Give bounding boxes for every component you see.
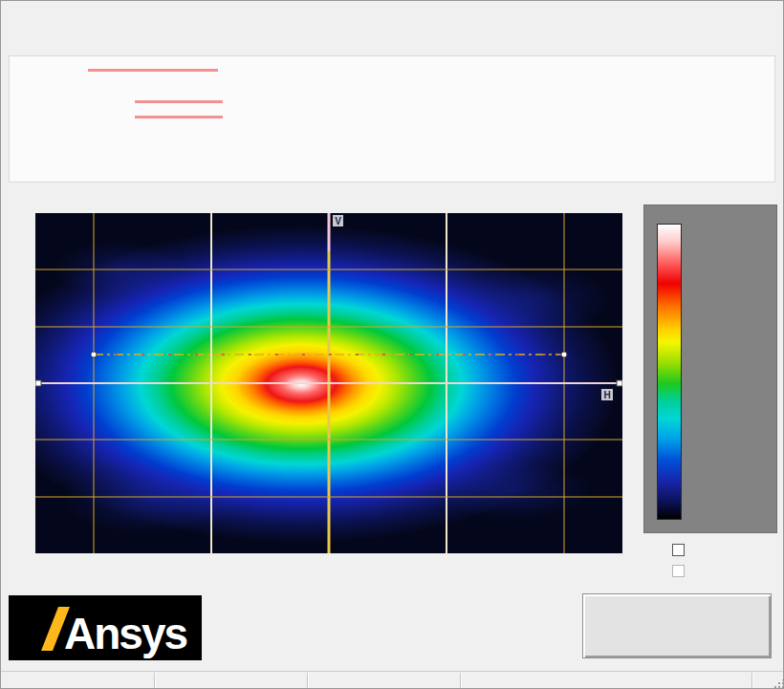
zone-line-right-marker bbox=[561, 352, 567, 357]
overlap-grid-checkbox[interactable] bbox=[672, 544, 689, 556]
zone-line-left-marker bbox=[91, 352, 97, 357]
colorbar-panel bbox=[643, 205, 777, 533]
visibility-checkbox[interactable] bbox=[672, 565, 689, 577]
status-bar bbox=[1, 671, 784, 689]
v-axis-label: V bbox=[333, 215, 343, 226]
ansys-logo: Ansys bbox=[9, 595, 202, 660]
colorbar-gradient bbox=[657, 224, 682, 520]
x-axis-top-ticks bbox=[35, 203, 622, 212]
overlap-grid-checkmark[interactable] bbox=[672, 544, 685, 556]
y-axis-right-ticks bbox=[623, 213, 632, 553]
resize-grip[interactable] bbox=[773, 679, 783, 689]
add-your-logo-button[interactable] bbox=[582, 593, 772, 658]
svg-text:V: V bbox=[335, 216, 341, 226]
heatmap-plot[interactable]: V H bbox=[35, 213, 622, 553]
x-axis-bottom-ticks bbox=[35, 554, 622, 564]
heatmap-image: V H bbox=[35, 213, 622, 553]
h-line-left-marker bbox=[35, 380, 41, 386]
y-axis-left-ticks bbox=[26, 213, 34, 553]
h-line-right-marker bbox=[617, 380, 622, 386]
summary-panel bbox=[9, 55, 775, 183]
visibility-checkmark[interactable] bbox=[672, 565, 685, 577]
svg-text:H: H bbox=[603, 390, 610, 400]
svg-text:Ansys: Ansys bbox=[64, 609, 186, 658]
regulation-status-badge bbox=[88, 69, 218, 72]
max-regulation-badge bbox=[135, 116, 223, 118]
min-regulation-badge bbox=[135, 100, 223, 103]
h-axis-label: H bbox=[601, 389, 613, 400]
report-window: V H Ansys bbox=[0, 0, 784, 689]
